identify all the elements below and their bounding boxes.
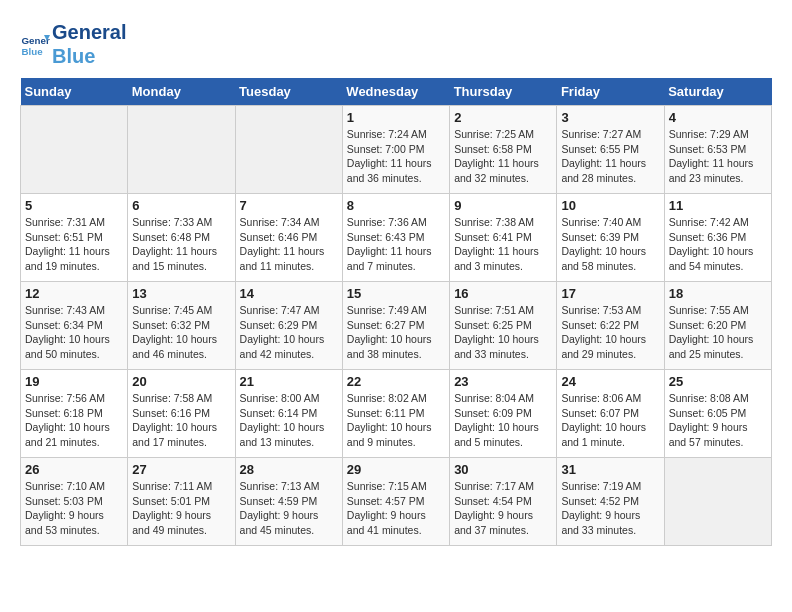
day-number: 16 [454, 286, 552, 301]
day-info: Sunrise: 7:27 AM Sunset: 6:55 PM Dayligh… [561, 127, 659, 186]
day-info: Sunrise: 7:53 AM Sunset: 6:22 PM Dayligh… [561, 303, 659, 362]
day-cell: 2Sunrise: 7:25 AM Sunset: 6:58 PM Daylig… [450, 106, 557, 194]
day-number: 15 [347, 286, 445, 301]
day-info: Sunrise: 8:00 AM Sunset: 6:14 PM Dayligh… [240, 391, 338, 450]
day-number: 24 [561, 374, 659, 389]
day-cell [235, 106, 342, 194]
day-cell: 23Sunrise: 8:04 AM Sunset: 6:09 PM Dayli… [450, 370, 557, 458]
day-cell: 27Sunrise: 7:11 AM Sunset: 5:01 PM Dayli… [128, 458, 235, 546]
day-number: 9 [454, 198, 552, 213]
weekday-header-row: SundayMondayTuesdayWednesdayThursdayFrid… [21, 78, 772, 106]
day-info: Sunrise: 7:11 AM Sunset: 5:01 PM Dayligh… [132, 479, 230, 538]
day-info: Sunrise: 7:36 AM Sunset: 6:43 PM Dayligh… [347, 215, 445, 274]
day-info: Sunrise: 7:43 AM Sunset: 6:34 PM Dayligh… [25, 303, 123, 362]
day-info: Sunrise: 7:24 AM Sunset: 7:00 PM Dayligh… [347, 127, 445, 186]
day-info: Sunrise: 7:19 AM Sunset: 4:52 PM Dayligh… [561, 479, 659, 538]
day-info: Sunrise: 7:40 AM Sunset: 6:39 PM Dayligh… [561, 215, 659, 274]
day-number: 2 [454, 110, 552, 125]
day-cell: 14Sunrise: 7:47 AM Sunset: 6:29 PM Dayli… [235, 282, 342, 370]
week-row-1: 1Sunrise: 7:24 AM Sunset: 7:00 PM Daylig… [21, 106, 772, 194]
week-row-5: 26Sunrise: 7:10 AM Sunset: 5:03 PM Dayli… [21, 458, 772, 546]
svg-text:Blue: Blue [22, 46, 44, 57]
day-cell: 22Sunrise: 8:02 AM Sunset: 6:11 PM Dayli… [342, 370, 449, 458]
day-number: 11 [669, 198, 767, 213]
weekday-header-saturday: Saturday [664, 78, 771, 106]
page-header: General Blue General Blue [20, 20, 772, 68]
day-number: 6 [132, 198, 230, 213]
day-info: Sunrise: 7:45 AM Sunset: 6:32 PM Dayligh… [132, 303, 230, 362]
day-cell: 12Sunrise: 7:43 AM Sunset: 6:34 PM Dayli… [21, 282, 128, 370]
week-row-3: 12Sunrise: 7:43 AM Sunset: 6:34 PM Dayli… [21, 282, 772, 370]
day-info: Sunrise: 8:08 AM Sunset: 6:05 PM Dayligh… [669, 391, 767, 450]
day-number: 5 [25, 198, 123, 213]
day-cell: 28Sunrise: 7:13 AM Sunset: 4:59 PM Dayli… [235, 458, 342, 546]
day-number: 27 [132, 462, 230, 477]
day-number: 18 [669, 286, 767, 301]
day-number: 22 [347, 374, 445, 389]
day-info: Sunrise: 7:58 AM Sunset: 6:16 PM Dayligh… [132, 391, 230, 450]
weekday-header-sunday: Sunday [21, 78, 128, 106]
week-row-4: 19Sunrise: 7:56 AM Sunset: 6:18 PM Dayli… [21, 370, 772, 458]
day-info: Sunrise: 8:02 AM Sunset: 6:11 PM Dayligh… [347, 391, 445, 450]
day-cell: 18Sunrise: 7:55 AM Sunset: 6:20 PM Dayli… [664, 282, 771, 370]
day-number: 23 [454, 374, 552, 389]
day-number: 25 [669, 374, 767, 389]
day-cell: 17Sunrise: 7:53 AM Sunset: 6:22 PM Dayli… [557, 282, 664, 370]
day-number: 21 [240, 374, 338, 389]
day-cell [664, 458, 771, 546]
day-number: 20 [132, 374, 230, 389]
weekday-header-monday: Monday [128, 78, 235, 106]
day-cell: 8Sunrise: 7:36 AM Sunset: 6:43 PM Daylig… [342, 194, 449, 282]
day-number: 12 [25, 286, 123, 301]
day-cell: 20Sunrise: 7:58 AM Sunset: 6:16 PM Dayli… [128, 370, 235, 458]
day-info: Sunrise: 7:42 AM Sunset: 6:36 PM Dayligh… [669, 215, 767, 274]
day-number: 13 [132, 286, 230, 301]
day-cell: 1Sunrise: 7:24 AM Sunset: 7:00 PM Daylig… [342, 106, 449, 194]
day-info: Sunrise: 8:04 AM Sunset: 6:09 PM Dayligh… [454, 391, 552, 450]
day-cell: 25Sunrise: 8:08 AM Sunset: 6:05 PM Dayli… [664, 370, 771, 458]
day-cell: 10Sunrise: 7:40 AM Sunset: 6:39 PM Dayli… [557, 194, 664, 282]
day-cell: 16Sunrise: 7:51 AM Sunset: 6:25 PM Dayli… [450, 282, 557, 370]
day-info: Sunrise: 7:38 AM Sunset: 6:41 PM Dayligh… [454, 215, 552, 274]
weekday-header-thursday: Thursday [450, 78, 557, 106]
day-number: 14 [240, 286, 338, 301]
logo: General Blue General Blue [20, 20, 126, 68]
week-row-2: 5Sunrise: 7:31 AM Sunset: 6:51 PM Daylig… [21, 194, 772, 282]
day-cell: 6Sunrise: 7:33 AM Sunset: 6:48 PM Daylig… [128, 194, 235, 282]
day-number: 31 [561, 462, 659, 477]
day-info: Sunrise: 7:49 AM Sunset: 6:27 PM Dayligh… [347, 303, 445, 362]
day-cell: 31Sunrise: 7:19 AM Sunset: 4:52 PM Dayli… [557, 458, 664, 546]
day-cell: 30Sunrise: 7:17 AM Sunset: 4:54 PM Dayli… [450, 458, 557, 546]
day-number: 4 [669, 110, 767, 125]
day-info: Sunrise: 7:34 AM Sunset: 6:46 PM Dayligh… [240, 215, 338, 274]
day-cell: 19Sunrise: 7:56 AM Sunset: 6:18 PM Dayli… [21, 370, 128, 458]
day-info: Sunrise: 7:55 AM Sunset: 6:20 PM Dayligh… [669, 303, 767, 362]
weekday-header-tuesday: Tuesday [235, 78, 342, 106]
day-info: Sunrise: 7:15 AM Sunset: 4:57 PM Dayligh… [347, 479, 445, 538]
weekday-header-wednesday: Wednesday [342, 78, 449, 106]
day-info: Sunrise: 7:17 AM Sunset: 4:54 PM Dayligh… [454, 479, 552, 538]
day-cell: 29Sunrise: 7:15 AM Sunset: 4:57 PM Dayli… [342, 458, 449, 546]
day-number: 1 [347, 110, 445, 125]
day-number: 29 [347, 462, 445, 477]
logo-blue: Blue [52, 44, 126, 68]
day-info: Sunrise: 7:56 AM Sunset: 6:18 PM Dayligh… [25, 391, 123, 450]
day-cell [21, 106, 128, 194]
day-info: Sunrise: 7:13 AM Sunset: 4:59 PM Dayligh… [240, 479, 338, 538]
day-info: Sunrise: 7:33 AM Sunset: 6:48 PM Dayligh… [132, 215, 230, 274]
day-cell [128, 106, 235, 194]
day-info: Sunrise: 8:06 AM Sunset: 6:07 PM Dayligh… [561, 391, 659, 450]
day-number: 8 [347, 198, 445, 213]
day-number: 17 [561, 286, 659, 301]
day-cell: 4Sunrise: 7:29 AM Sunset: 6:53 PM Daylig… [664, 106, 771, 194]
day-cell: 9Sunrise: 7:38 AM Sunset: 6:41 PM Daylig… [450, 194, 557, 282]
day-cell: 11Sunrise: 7:42 AM Sunset: 6:36 PM Dayli… [664, 194, 771, 282]
logo-general: General [52, 20, 126, 44]
day-number: 28 [240, 462, 338, 477]
day-cell: 13Sunrise: 7:45 AM Sunset: 6:32 PM Dayli… [128, 282, 235, 370]
day-cell: 24Sunrise: 8:06 AM Sunset: 6:07 PM Dayli… [557, 370, 664, 458]
calendar-table: SundayMondayTuesdayWednesdayThursdayFrid… [20, 78, 772, 546]
day-info: Sunrise: 7:10 AM Sunset: 5:03 PM Dayligh… [25, 479, 123, 538]
day-info: Sunrise: 7:31 AM Sunset: 6:51 PM Dayligh… [25, 215, 123, 274]
day-number: 19 [25, 374, 123, 389]
